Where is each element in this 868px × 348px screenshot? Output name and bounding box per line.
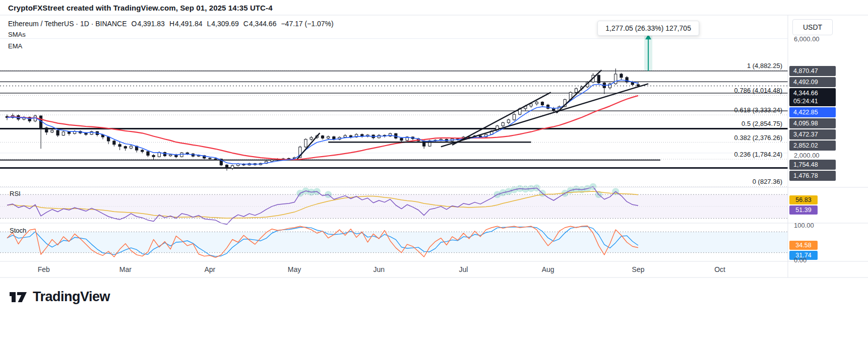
indicator-value-badge: 34.58	[789, 241, 818, 250]
stoch-axis-label: 100.00	[794, 222, 814, 229]
chart-canvas[interactable]: 1 (4,882.25)0.786 (4,014.48)0.618 (3,333…	[0, 0, 868, 348]
indicator-value-badge: 51.39	[789, 205, 818, 215]
ohlc-open-value: 4,391.83	[137, 20, 165, 28]
price-axis-label: 2,000.00	[794, 152, 820, 159]
svg-text:0 (827.36): 0 (827.36)	[753, 178, 782, 185]
price-axis-label: 1,754.48	[789, 160, 836, 170]
tradingview-logo-icon	[8, 290, 28, 305]
svg-text:0.236 (1,784.24): 0.236 (1,784.24)	[734, 151, 782, 158]
time-axis-label-feb: Feb	[38, 265, 50, 273]
time-axis-label-sep: Sep	[632, 265, 645, 273]
symbol-title[interactable]: Ethereum / TetherUS · 1D · BINANCE	[8, 20, 127, 28]
svg-text:0.382 (2,376.26): 0.382 (2,376.26)	[734, 134, 782, 142]
time-axis-label-oct: Oct	[714, 265, 725, 273]
svg-text:0.5 (2,854.75): 0.5 (2,854.75)	[741, 120, 782, 127]
price-axis-label: 2,852.02	[789, 141, 836, 151]
ohlc-close-value: 4,344.66	[249, 20, 277, 28]
ohlc-high-value: 4,491.84	[175, 20, 203, 28]
tradingview-wordmark: TradingView	[33, 289, 110, 305]
change-value: −47.17 (−1.07%)	[281, 20, 333, 28]
svg-text:1 (4,882.25): 1 (4,882.25)	[747, 62, 782, 69]
measure-tool-label[interactable]: 1,277.05 (26.33%) 127,705	[597, 21, 699, 36]
price-axis-label: 6,000.00	[794, 35, 820, 43]
tradingview-logo[interactable]: TradingView	[8, 289, 110, 305]
stoch-axis-label: 0.00	[794, 256, 807, 264]
ohlc-open-label: O	[131, 20, 137, 28]
ohlc-low-label: L	[207, 20, 211, 28]
price-axis-label: 4,870.47	[789, 66, 836, 76]
time-axis-label-aug: Aug	[542, 265, 554, 273]
legend-smas[interactable]: SMAs	[8, 31, 26, 38]
price-axis-label: 4,095.98	[789, 118, 836, 128]
price-axis-label: 4,492.09	[789, 77, 836, 87]
price-axis-label: 4,344.6605:24:41	[789, 88, 836, 106]
indicator-value-badge: 56.83	[789, 195, 818, 204]
stoch-pane-label[interactable]: Stoch	[10, 227, 26, 234]
symbol-legend-row: Ethereum / TetherUS · 1D · BINANCEO4,391…	[8, 20, 334, 28]
price-axis-label: 1,476.78	[789, 171, 836, 181]
time-axis-label-mar: Mar	[119, 265, 132, 273]
rsi-pane-label[interactable]: RSI	[10, 190, 21, 197]
currency-unit-button[interactable]: USDT	[792, 19, 833, 35]
time-axis-label-may: May	[288, 265, 301, 273]
ohlc-low-value: 4,309.69	[211, 20, 239, 28]
ohlc-close-label: C	[243, 20, 249, 28]
time-axis-label-jul: Jul	[459, 265, 468, 273]
attribution-text: CryptoFXStreet created with TradingView.…	[8, 4, 273, 12]
time-axis-label-jun: Jun	[374, 265, 385, 273]
svg-text:0.618 (3,333.24): 0.618 (3,333.24)	[734, 106, 782, 114]
ohlc-high-label: H	[169, 20, 174, 28]
price-axis-label: 3,472.37	[789, 129, 836, 140]
price-axis-label: 4,422.85	[789, 107, 836, 117]
legend-ema[interactable]: EMA	[8, 42, 22, 50]
time-axis-label-apr: Apr	[204, 265, 215, 273]
